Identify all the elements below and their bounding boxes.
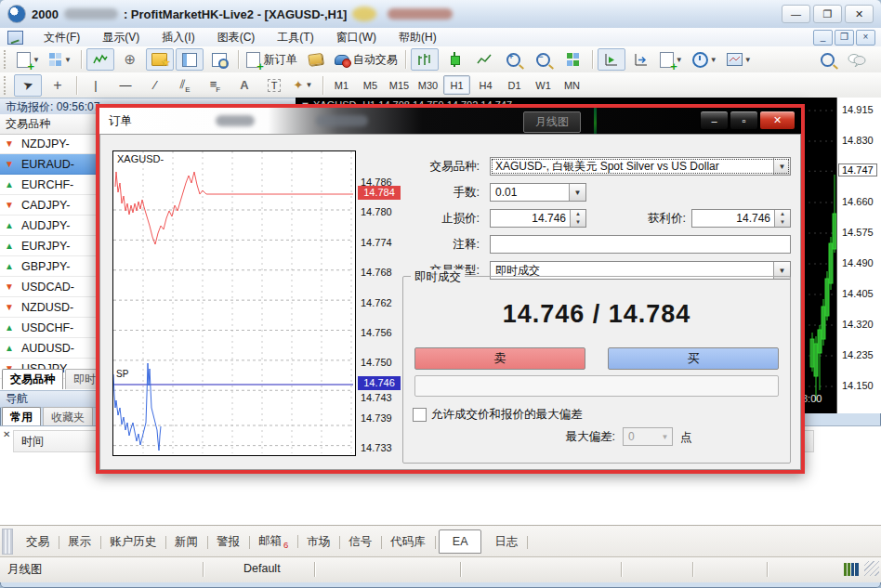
max-deviation-select[interactable]: 0 ▼ xyxy=(623,427,673,446)
menu-item[interactable]: 帮助(H) xyxy=(388,28,448,47)
timeframe-button[interactable]: M30 xyxy=(414,75,441,95)
terminal-tab[interactable]: 新闻 xyxy=(165,530,207,554)
indicators-button[interactable]: +▼ xyxy=(657,48,688,71)
timeframe-button[interactable]: H1 xyxy=(443,75,470,95)
spinner-arrows-icon[interactable]: ▲▼ xyxy=(774,210,790,227)
new-chart-button[interactable]: +▼ xyxy=(14,48,45,71)
terminal-tab[interactable]: 账户历史 xyxy=(100,530,165,554)
trendline-tool-button[interactable]: ∕ xyxy=(141,74,169,97)
bar-chart-button[interactable] xyxy=(411,48,439,71)
zoom-in-button[interactable]: + xyxy=(500,48,528,71)
terminal-tab[interactable]: 邮箱 6 xyxy=(249,529,297,554)
chevron-down-icon[interactable]: ▼ xyxy=(773,158,790,175)
status-profile[interactable]: Default xyxy=(243,562,281,575)
symbol-combobox[interactable]: XAGUSD-, 白银美元 Spot Silver vs US Dollar ▼ xyxy=(490,157,791,176)
terminal-tab[interactable]: 警报 xyxy=(207,530,249,554)
cursor-tool-button[interactable]: ➤ xyxy=(14,74,42,97)
timeframe-button[interactable]: D1 xyxy=(501,75,528,95)
dialog-minimize-button[interactable]: – xyxy=(700,111,729,130)
horizontal-line-tool-button[interactable]: — xyxy=(112,74,139,97)
deviation-checkbox[interactable] xyxy=(413,408,427,422)
timeframe-button[interactable]: M5 xyxy=(357,75,384,95)
order-dialog-title-bar[interactable]: 订单 月线图 – ▫ ✕ xyxy=(99,108,801,134)
tile-windows-button[interactable] xyxy=(559,48,587,71)
chevron-down-icon[interactable]: ▼ xyxy=(569,184,585,201)
mdi-restore-button[interactable]: ❐ xyxy=(835,30,854,46)
resize-grip[interactable] xyxy=(864,561,879,576)
menu-item[interactable]: 显示(V) xyxy=(91,28,151,47)
terminal-tab[interactable]: 市场 xyxy=(297,530,339,554)
terminal-tab[interactable]: 代码库 xyxy=(381,530,435,554)
sell-button[interactable]: 卖 xyxy=(414,347,585,370)
timeframe-button[interactable]: M1 xyxy=(328,75,355,95)
vertical-line-tool-button[interactable]: | xyxy=(82,74,110,97)
terminal-tab[interactable]: 信号 xyxy=(339,530,381,554)
toolbar-grip[interactable] xyxy=(4,76,9,95)
dialog-close-button[interactable]: ✕ xyxy=(759,111,796,130)
auto-scroll-button[interactable] xyxy=(598,48,625,71)
monthly-chart-ghost-button[interactable]: 月线图 xyxy=(523,111,581,133)
crosshair-tool-button[interactable]: + xyxy=(44,74,72,97)
arrows-tool-button[interactable]: ✦▼ xyxy=(290,74,318,97)
menu-item[interactable]: 图表(C) xyxy=(206,28,267,47)
terminal-tab[interactable]: EA xyxy=(439,529,482,554)
search-button[interactable] xyxy=(813,48,841,71)
stop-loss-spinner[interactable]: 14.746 ▲▼ xyxy=(490,209,586,228)
profiles-button[interactable]: ▼ xyxy=(46,48,76,71)
mdi-close-button[interactable]: × xyxy=(856,30,875,46)
text-label-tool-button[interactable]: T xyxy=(260,74,288,97)
terminal-tab[interactable]: 交易 xyxy=(17,530,59,554)
timeframe-button[interactable]: W1 xyxy=(530,75,557,95)
minimize-button[interactable]: — xyxy=(782,5,810,23)
templates-button[interactable]: ▼ xyxy=(724,48,756,71)
crosshair-button[interactable]: ⊕ xyxy=(116,48,144,71)
menu-item[interactable]: 插入(I) xyxy=(151,28,205,47)
timeframe-button[interactable]: M15 xyxy=(386,75,413,95)
zoom-out-button[interactable]: − xyxy=(530,48,558,71)
text-tool-button[interactable]: A xyxy=(230,74,258,97)
terminal-drag-grip[interactable] xyxy=(2,529,13,555)
menu-item[interactable]: 文件(F) xyxy=(33,28,91,47)
menu-item[interactable]: 工具(T) xyxy=(266,28,324,47)
navigator-tab[interactable]: 常用 xyxy=(2,407,41,425)
data-window-button[interactable] xyxy=(205,48,233,71)
new-order-button[interactable]: +新订单 xyxy=(243,48,300,71)
metaeditor-button[interactable] xyxy=(302,48,330,71)
price-direction-icon xyxy=(5,281,18,292)
candlestick-chart-button[interactable] xyxy=(440,48,468,71)
chat-button[interactable] xyxy=(843,48,871,71)
terminal-tab[interactable]: 展示 xyxy=(59,530,100,554)
points-label: 点 xyxy=(680,430,692,446)
buy-button[interactable]: 买 xyxy=(608,347,779,370)
terminal-tab-bar: 交易 展示 账户历史 新闻 警报 邮箱 6 xyxy=(0,525,881,557)
favorites-button[interactable]: ★ xyxy=(146,48,174,71)
terminal-tab[interactable]: 日志 xyxy=(485,530,527,554)
equidistant-channel-tool-button[interactable]: ⫽E xyxy=(171,74,199,97)
window-title: : ProfitMarketHK-Live2 - [XAGUSD-,H1] xyxy=(124,7,348,21)
navigator-tab[interactable]: 收藏夹 xyxy=(43,407,93,425)
periods-button[interactable]: ▼ xyxy=(690,48,722,71)
dialog-restore-button[interactable]: ▫ xyxy=(730,111,758,130)
chart-shift-button[interactable] xyxy=(627,48,655,71)
volume-combobox[interactable]: 0.01 ▼ xyxy=(490,183,586,202)
take-profit-spinner[interactable]: 14.746 ▲▼ xyxy=(691,209,791,228)
timeframe-button[interactable]: H4 xyxy=(472,75,499,95)
fibonacci-tool-button[interactable]: ≡F xyxy=(201,74,229,97)
chart-price-scale[interactable]: 14.91514.83014.74714.66014.57514.49014.4… xyxy=(836,98,881,413)
timeframe-button[interactable]: MN xyxy=(559,75,585,95)
separator xyxy=(238,50,239,69)
comment-input[interactable] xyxy=(490,235,791,254)
mdi-minimize-button[interactable]: _ xyxy=(813,30,833,46)
autotrading-button[interactable]: 自动交易 xyxy=(332,48,401,71)
market-watch-toggle-button[interactable] xyxy=(176,48,204,71)
maximize-button[interactable]: ❐ xyxy=(813,5,842,23)
terminal-tab-label: 日志 xyxy=(494,534,518,550)
title-bar[interactable]: 2000 : ProfitMarketHK-Live2 - [XAGUSD-,H… xyxy=(0,0,881,28)
close-button[interactable]: ✕ xyxy=(845,5,874,23)
tick-chart-button[interactable] xyxy=(86,48,114,71)
toolbar-grip[interactable] xyxy=(4,50,9,69)
line-chart-button[interactable] xyxy=(470,48,498,71)
market-watch-tab[interactable]: 交易品种 xyxy=(2,369,63,389)
terminal-close-icon[interactable]: ✕ xyxy=(3,429,10,439)
menu-item[interactable]: 窗口(W) xyxy=(325,28,388,47)
